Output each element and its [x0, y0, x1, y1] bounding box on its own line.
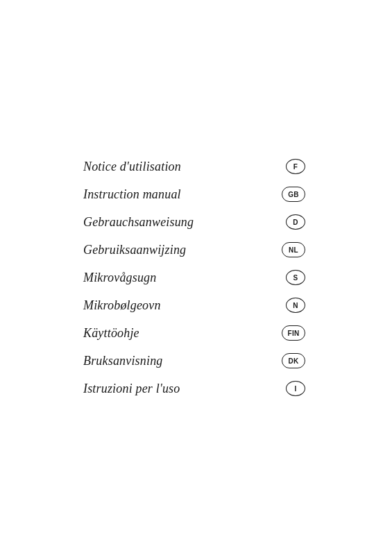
language-badge: I — [286, 381, 305, 396]
language-label: Istruzioni per l'uso — [83, 382, 180, 396]
language-label: Gebrauchsanweisung — [83, 215, 194, 230]
language-label: Bruksanvisning — [83, 354, 163, 368]
language-item: Instruction manualGB — [83, 180, 305, 208]
language-item: GebrauchsanweisungD — [83, 208, 305, 236]
language-label: Notice d'utilisation — [83, 160, 181, 174]
page: Notice d'utilisationFInstruction manualG… — [0, 0, 392, 555]
language-item: Istruzioni per l'usoI — [83, 375, 305, 402]
language-badge: GB — [282, 187, 305, 202]
language-item: MikrovågsugnS — [83, 264, 305, 291]
language-item: KäyttöohjeFIN — [83, 319, 305, 347]
language-badge: F — [286, 159, 305, 174]
language-badge: S — [286, 270, 305, 285]
language-badge: DK — [282, 353, 305, 368]
language-item: MikrobølgeovnN — [83, 291, 305, 319]
language-label: Käyttöohje — [83, 326, 139, 341]
language-item: Notice d'utilisationF — [83, 153, 305, 180]
language-label: Instruction manual — [83, 187, 181, 202]
language-label: Mikrobølgeovn — [83, 298, 161, 313]
language-badge: NL — [282, 242, 305, 257]
language-list: Notice d'utilisationFInstruction manualG… — [83, 153, 305, 402]
language-item: GebruiksaanwijzingNL — [83, 236, 305, 264]
language-label: Gebruiksaanwijzing — [83, 243, 186, 257]
language-label: Mikrovågsugn — [83, 271, 156, 285]
language-item: BruksanvisningDK — [83, 347, 305, 375]
language-badge: N — [286, 298, 305, 313]
language-badge: D — [286, 214, 305, 230]
language-badge: FIN — [282, 325, 305, 341]
